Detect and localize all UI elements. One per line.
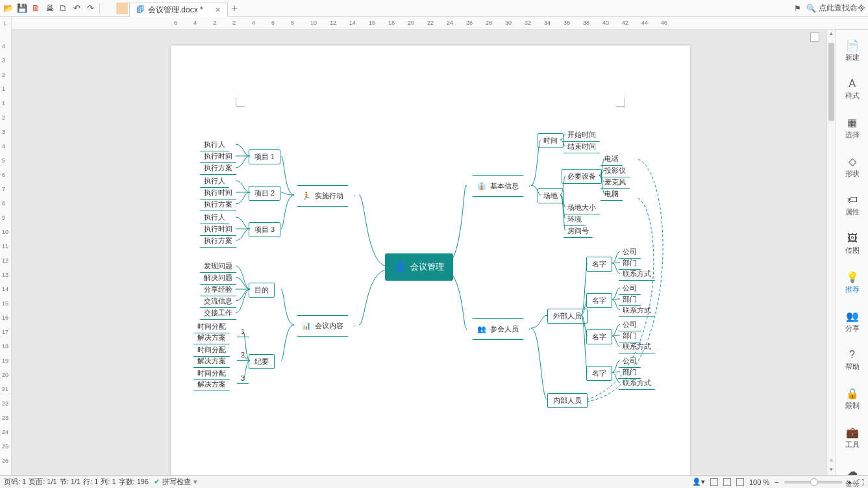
side-panel: 📄新建A样式▦选择◇形状🏷属性🖼传图💡推荐👥分享?帮助🔒限制💼工具☁备份⚙设置: [836, 30, 868, 475]
doc-icon: 🗐: [136, 5, 144, 14]
page-tools: [810, 31, 819, 43]
search-placeholder: 点此查找命令: [819, 3, 865, 14]
sidepanel-限制[interactable]: 🔒限制: [836, 385, 868, 413]
spell-dropdown-icon[interactable]: ▾: [193, 478, 197, 486]
vertical-ruler: 4321123456789101112131415161718192021222…: [0, 30, 12, 475]
status-row[interactable]: 行: 1: [83, 477, 98, 487]
sidepanel-选择[interactable]: ▦选择: [836, 114, 868, 142]
sp-label: 选择: [845, 130, 860, 140]
sidepanel-属性[interactable]: 🏷属性: [836, 192, 868, 220]
sp-icon: 🔒: [846, 387, 859, 400]
zoom-level[interactable]: 100 %: [749, 478, 769, 486]
view-mode-1[interactable]: [710, 478, 718, 486]
sp-label: 新建: [845, 53, 860, 62]
status-page[interactable]: 页码: 1: [4, 477, 26, 487]
sidepanel-样式[interactable]: A样式: [836, 75, 868, 103]
main-toolbar: 📂 💾 🗎 🖶 🗋 ↶ ↷ 🗐 会议管理.docx * ✕ + ⚑ 🔍 点此查找…: [0, 0, 868, 17]
sidepanel-分享[interactable]: 👥分享: [836, 307, 868, 336]
sp-icon: 💼: [846, 426, 859, 439]
sp-label: 传图: [845, 246, 860, 255]
page-tool-1[interactable]: [810, 32, 819, 42]
spellcheck-icon: ✔: [154, 478, 160, 486]
sp-icon: 💡: [846, 271, 859, 283]
save-icon[interactable]: 💾: [16, 3, 28, 14]
sidepanel-新建[interactable]: 📄新建: [836, 36, 868, 65]
sidepanel-推荐[interactable]: 💡推荐: [836, 268, 868, 297]
tab-title: 会议管理.docx *: [148, 5, 203, 16]
sp-icon: ☁: [847, 465, 858, 478]
sp-label: 推荐: [845, 285, 860, 294]
document-page: 👤 会议管理🏃 实施行动项目 1执行人执行时间执行方案项目 2执行人执行时间执行…: [171, 45, 690, 475]
redo-icon[interactable]: ↷: [84, 3, 96, 14]
mindmap-diagram: 👤 会议管理🏃 实施行动项目 1执行人执行时间执行方案项目 2执行人执行时间执行…: [171, 45, 690, 475]
sp-icon: ◇: [849, 155, 856, 168]
sp-icon: 👥: [846, 310, 859, 322]
zoom-in-icon[interactable]: +: [848, 478, 852, 486]
view-mode-3[interactable]: [736, 478, 744, 486]
scroll-up-icon[interactable]: ▴: [827, 30, 836, 39]
sp-label: 帮助: [845, 362, 860, 372]
scroll-down-icon[interactable]: ▾: [827, 466, 836, 475]
document-canvas[interactable]: 👤 会议管理🏃 实施行动项目 1执行人执行时间执行方案项目 2执行人执行时间执行…: [12, 30, 826, 475]
sidepanel-形状[interactable]: ◇形状: [836, 153, 868, 181]
status-pageof[interactable]: 页面: 1/1: [29, 477, 56, 487]
sidepanel-传图[interactable]: 🖼传图: [836, 230, 868, 258]
document-tab[interactable]: 🗐 会议管理.docx * ✕: [129, 3, 228, 17]
fullscreen-icon[interactable]: ⛶: [857, 478, 864, 486]
scroll-thumb[interactable]: [828, 43, 834, 121]
close-tab-icon[interactable]: ✕: [215, 6, 221, 14]
zoom-out-icon[interactable]: −: [775, 478, 778, 486]
sidepanel-工具[interactable]: 💼工具: [836, 424, 868, 452]
horizontal-ruler: L 64224681012141618202224262830323436384…: [0, 17, 868, 30]
sp-icon: ▦: [847, 116, 857, 129]
preview-icon[interactable]: 🗋: [57, 3, 69, 14]
vertical-scrollbar[interactable]: ▴ ≡ ▾: [826, 30, 836, 475]
status-words[interactable]: 字数: 196: [119, 477, 149, 487]
status-bar: 页码: 1 页面: 1/1 节: 1/1 行: 1 列: 1 字数: 196 ✔…: [0, 475, 868, 488]
open-icon[interactable]: 📂: [3, 3, 14, 14]
sp-icon: ?: [849, 349, 855, 361]
status-spell[interactable]: 拼写检查: [162, 477, 191, 487]
tab-bar: 🗐 会议管理.docx * ✕ +: [116, 0, 792, 17]
status-section[interactable]: 节: 1/1: [60, 477, 81, 487]
scroll-menu-icon[interactable]: ≡: [827, 457, 836, 466]
sp-label: 分享: [845, 324, 860, 333]
tab-color-marker: [116, 3, 128, 14]
sp-icon: 🖼: [847, 233, 858, 244]
print-icon[interactable]: 🖶: [43, 3, 55, 14]
sp-label: 属性: [845, 207, 860, 217]
zoom-slider[interactable]: [784, 481, 843, 483]
sp-label: 形状: [845, 169, 860, 179]
sp-label: 样式: [845, 91, 860, 101]
sp-icon: 🏷: [847, 194, 858, 206]
add-tab-button[interactable]: +: [232, 3, 238, 14]
status-col[interactable]: 列: 1: [101, 477, 116, 487]
save-as-icon[interactable]: 🗎: [30, 3, 42, 14]
undo-icon[interactable]: ↶: [71, 3, 82, 14]
ruler-corner[interactable]: L: [0, 17, 12, 30]
sp-label: 工具: [845, 440, 860, 450]
flag-icon[interactable]: ⚑: [794, 4, 801, 13]
sidepanel-帮助[interactable]: ?帮助: [836, 346, 868, 374]
view-mode-2[interactable]: [723, 478, 731, 486]
sp-icon: 📄: [846, 39, 859, 51]
user-icon[interactable]: 👤▾: [692, 478, 705, 486]
sp-label: 限制: [845, 401, 860, 411]
command-search[interactable]: 🔍 点此查找命令: [806, 3, 865, 14]
search-icon: 🔍: [806, 4, 816, 13]
sp-icon: A: [849, 78, 856, 90]
